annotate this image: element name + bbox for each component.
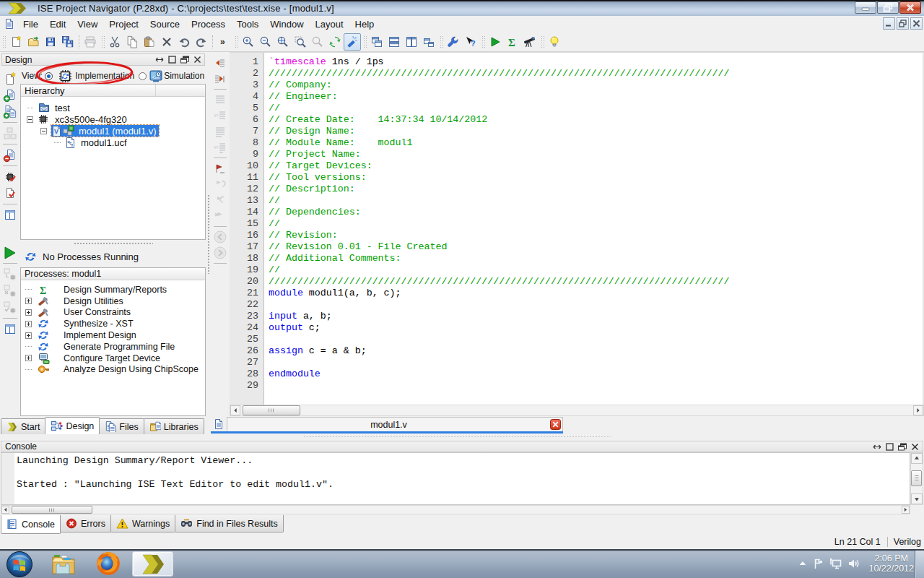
process-expander[interactable] [25, 321, 32, 327]
remove-source-button[interactable] [1, 147, 19, 163]
zoom-in-button[interactable] [240, 33, 257, 51]
taskbar-clock[interactable]: 2:06 PM 10/22/2012 [868, 553, 914, 574]
menu-help[interactable]: Help [349, 17, 380, 32]
simulation-radio[interactable] [139, 72, 147, 80]
context-help-button[interactable]: ? [462, 33, 479, 51]
design-panel-close-button[interactable] [193, 56, 201, 64]
new-button[interactable] [7, 33, 25, 51]
mdi-minimize-button[interactable] [883, 17, 895, 30]
scroll-thumb[interactable] [243, 405, 300, 415]
open-button[interactable] [25, 33, 42, 51]
nav-fwd-button[interactable] [212, 245, 229, 261]
design-panel-dock-button[interactable] [155, 56, 164, 64]
menu-edit[interactable]: Edit [44, 17, 71, 32]
console-output[interactable]: Launching Design Summary/Report Viewer..… [1, 452, 910, 505]
toolbar-handle[interactable] [439, 35, 443, 49]
process-item-user-constraints[interactable]: User Constraints [21, 307, 205, 319]
run-button[interactable] [487, 33, 504, 51]
mdi-restore-button[interactable] [897, 17, 909, 30]
scroll-right-button[interactable] [913, 405, 923, 415]
firefox-taskbar-icon[interactable] [95, 551, 121, 577]
zoom-full-button[interactable] [274, 33, 292, 51]
scroll-down-button[interactable] [911, 493, 923, 504]
cascade-button[interactable] [368, 33, 385, 51]
process-item-generate-programming-file[interactable]: Generate Programming File [21, 341, 205, 353]
scroll-thumb[interactable] [911, 470, 922, 486]
toolbar-handle[interactable] [1, 35, 6, 49]
run-process-button[interactable] [1, 244, 19, 261]
copy-button[interactable] [123, 33, 141, 51]
print-button[interactable] [82, 33, 99, 51]
indent-r-button[interactable] [212, 71, 229, 87]
hierarchy-item-modul1-modul1-v-[interactable]: Vmodul1 (modul1.v) [21, 125, 205, 137]
show-desktop-button[interactable] [915, 551, 924, 578]
panel-splitter[interactable] [20, 240, 206, 246]
menu-layout[interactable]: Layout [310, 17, 349, 32]
design-panel-windows-button[interactable] [180, 56, 189, 64]
zoom-out-button[interactable] [257, 33, 274, 51]
process-item-analyze-design-using-chipscope[interactable]: Analyze Design Using ChipScope [21, 364, 205, 376]
console-panel-float-button[interactable] [886, 443, 894, 451]
explorer-taskbar-icon[interactable] [51, 552, 77, 577]
bm-b-button[interactable] [212, 192, 229, 208]
tray-show-hidden-icon[interactable] [798, 559, 808, 568]
fmt-5b-button[interactable]: 5 [212, 139, 229, 155]
chip-check-button[interactable] [1, 168, 19, 185]
editor-horizontal-scrollbar[interactable] [230, 405, 924, 416]
tray-network-icon[interactable] [829, 558, 842, 569]
hierarchy-column-header[interactable]: Hierarchy [21, 85, 205, 97]
console-vertical-scrollbar[interactable] [910, 452, 923, 505]
minimize-button[interactable] [855, 1, 876, 14]
wrench-button[interactable] [445, 33, 462, 51]
process-expander[interactable] [25, 309, 32, 316]
proc-up-button[interactable] [1, 266, 19, 282]
tile-v-button[interactable] [403, 33, 420, 51]
process-item-implement-design[interactable]: Implement Design [21, 329, 205, 341]
table-view-button[interactable] [1, 207, 19, 223]
simulation-label[interactable]: Simulation [164, 71, 204, 81]
menu-tools[interactable]: Tools [231, 17, 264, 32]
fmt-a-button[interactable] [212, 92, 229, 108]
ise-taskbar-button[interactable] [132, 551, 173, 577]
overflow-button[interactable]: » [215, 33, 232, 51]
menu-file[interactable]: File [17, 17, 44, 32]
tree-expander[interactable] [40, 128, 47, 134]
nav-back-button[interactable] [212, 229, 229, 245]
toolbar-handle[interactable] [100, 35, 105, 49]
console-panel-windows-button[interactable] [898, 443, 907, 451]
toolbar-handle[interactable] [234, 35, 238, 49]
process-expander[interactable] [25, 332, 32, 339]
tray-action-center-icon[interactable] [813, 558, 824, 569]
process-expander[interactable] [25, 355, 32, 361]
process-item-synthesize-xst[interactable]: Synthesize - XST [21, 318, 205, 329]
fmt-b-button[interactable] [212, 124, 229, 139]
bookmark-button[interactable] [212, 160, 229, 176]
save-button[interactable] [42, 33, 59, 51]
console-panel-dock-button[interactable] [873, 443, 881, 451]
bm-c-button[interactable] [212, 208, 229, 224]
cut-button[interactable] [106, 33, 123, 51]
code-editor[interactable]: 1`timescale 1ns / 1ps2//////////////////… [230, 52, 924, 405]
scroll-thumb[interactable] [12, 506, 92, 514]
toolbar-handle[interactable] [362, 35, 367, 49]
restore-button[interactable] [877, 1, 899, 14]
start-button[interactable] [6, 551, 33, 578]
proc-x-button[interactable] [1, 282, 19, 299]
paste-button[interactable] [141, 33, 158, 51]
column-divider[interactable] [155, 85, 156, 97]
hierarchy-item-modul1-ucf[interactable]: ucfmodul1.ucf [21, 137, 205, 148]
editor-tab-modul1[interactable]: modul1.v [227, 417, 563, 431]
zoom-region-button[interactable] [292, 33, 309, 51]
scroll-up-button[interactable] [911, 453, 923, 464]
menu-view[interactable]: View [71, 17, 103, 32]
toolbar-handle[interactable] [540, 35, 544, 49]
console-tab-find-in-files-results[interactable]: Find in Files Results [175, 515, 284, 532]
tip-bulb-button[interactable] [546, 33, 563, 51]
splitter-dots[interactable] [303, 436, 611, 438]
hier-group-button[interactable] [1, 125, 19, 142]
indent-l-button[interactable] [212, 55, 229, 71]
menu-source[interactable]: Source [144, 17, 186, 32]
table-view2-button[interactable] [1, 321, 19, 337]
bm-a-button[interactable] [212, 176, 229, 192]
menu-window[interactable]: Window [264, 17, 309, 32]
